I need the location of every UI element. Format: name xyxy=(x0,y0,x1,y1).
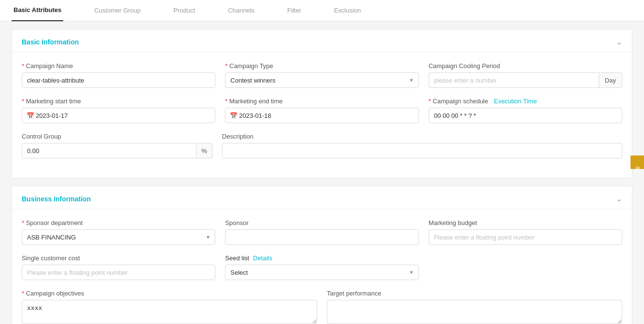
seed-list-select[interactable]: Select xyxy=(225,265,419,280)
business-info-row-3: Campaign objectives xxxx Target performa… xyxy=(22,290,622,324)
calendar-end-icon: 📅 xyxy=(230,112,238,119)
target-performance-label: Target performance xyxy=(327,290,622,297)
business-information-section: Business Information ⌄ Sponsor departmen… xyxy=(12,186,632,324)
basic-information-body: Campaign Name Campaign Type Contest winn… xyxy=(12,53,632,178)
marketing-end-time-group: Marketing end time 📅 xyxy=(225,98,419,123)
marketing-end-time-input-wrapper: 📅 xyxy=(225,108,419,123)
top-navigation: Basic Attributes Customer Group Product … xyxy=(0,0,644,21)
execution-time-link[interactable]: Execution Time xyxy=(494,98,537,105)
nav-product[interactable]: Product xyxy=(171,0,197,21)
business-information-title: Business Information xyxy=(22,195,91,203)
campaign-cooling-period-input-wrapper: Day xyxy=(429,72,622,88)
marketing-end-time-input[interactable] xyxy=(225,108,419,123)
seed-list-group: Seed list Details Select ▼ xyxy=(225,254,419,280)
description-group: Description xyxy=(222,133,622,158)
control-group-group: Control Group % xyxy=(22,133,212,158)
basic-information-title: Basic Information xyxy=(22,38,79,46)
control-group-input-wrapper: % xyxy=(22,143,212,158)
campaign-cooling-period-label: Campaign Cooling Period xyxy=(429,62,622,70)
marketing-start-time-input[interactable] xyxy=(22,108,215,123)
campaign-objectives-textarea[interactable]: xxxx xyxy=(22,300,317,324)
campaign-cooling-period-input[interactable] xyxy=(429,72,599,88)
description-input[interactable] xyxy=(222,143,622,158)
business-info-row-2-spacer xyxy=(429,254,622,280)
basic-information-section: Basic Information ⌄ Campaign Name Campai… xyxy=(12,29,632,178)
campaign-schedule-label: Campaign schedule xyxy=(429,98,489,105)
basic-info-row-3: Control Group % Description xyxy=(22,133,622,158)
campaign-objectives-group: Campaign objectives xxxx xyxy=(22,290,317,324)
basic-info-row-1: Campaign Name Campaign Type Contest winn… xyxy=(22,62,622,88)
campaign-name-label: Campaign Name xyxy=(22,62,215,70)
business-info-row-1: Sponsor department ASB FINANCING ▼ Spons… xyxy=(22,219,622,245)
sponsor-department-group: Sponsor department ASB FINANCING ▼ xyxy=(22,219,215,245)
cooling-period-day-addon: Day xyxy=(599,72,622,88)
business-information-body: Sponsor department ASB FINANCING ▼ Spons… xyxy=(12,210,632,324)
nav-basic-attributes[interactable]: Basic Attributes xyxy=(12,0,63,21)
sponsor-department-label: Sponsor department xyxy=(22,219,215,226)
calendar-start-icon: 📅 xyxy=(27,112,34,119)
campaign-objectives-label: Campaign objectives xyxy=(22,290,317,297)
single-customer-cost-input[interactable] xyxy=(22,265,215,280)
nav-filter[interactable]: Filter xyxy=(285,0,303,21)
marketing-end-time-label: Marketing end time xyxy=(225,98,419,105)
target-performance-group: Target performance xyxy=(327,290,622,324)
business-information-header: Business Information ⌄ xyxy=(12,186,632,210)
campaign-cooling-period-group: Campaign Cooling Period Day xyxy=(429,62,622,88)
campaign-type-select[interactable]: Contest winners xyxy=(225,72,419,88)
campaign-name-input[interactable] xyxy=(22,72,215,88)
sponsor-label: Sponsor xyxy=(225,219,419,226)
percent-addon: % xyxy=(196,143,212,158)
campaign-schedule-group: Campaign schedule Execution Time xyxy=(429,98,622,123)
nav-customer-group[interactable]: Customer Group xyxy=(92,0,142,21)
control-group-label: Control Group xyxy=(22,133,212,140)
basic-information-header: Basic Information ⌄ xyxy=(12,29,632,53)
marketing-start-time-input-wrapper: 📅 xyxy=(22,108,215,123)
seed-list-label-text: Seed list xyxy=(225,254,249,262)
nav-channels[interactable]: Channels xyxy=(226,0,256,21)
marketing-start-time-label: Marketing start time xyxy=(22,98,215,105)
user-avatar[interactable]: 周 xyxy=(630,155,644,169)
campaign-schedule-header: Campaign schedule Execution Time xyxy=(429,98,622,105)
marketing-budget-label: Marketing budget xyxy=(429,219,622,226)
target-performance-textarea[interactable] xyxy=(327,300,622,324)
campaign-type-group: Campaign Type Contest winners ▼ xyxy=(225,62,419,88)
single-customer-cost-group: Single customer cost xyxy=(22,254,215,280)
control-group-input[interactable] xyxy=(22,143,196,158)
marketing-start-time-group: Marketing start time 📅 xyxy=(22,98,215,123)
description-label: Description xyxy=(222,133,622,140)
seed-list-select-wrapper: Select ▼ xyxy=(225,265,419,280)
marketing-budget-input[interactable] xyxy=(429,229,622,245)
campaign-name-group: Campaign Name xyxy=(22,62,215,88)
campaign-schedule-input[interactable] xyxy=(429,108,622,123)
sponsor-department-select[interactable]: ASB FINANCING xyxy=(22,229,215,245)
page-content: Basic Information ⌄ Campaign Name Campai… xyxy=(0,21,644,324)
sponsor-department-select-wrapper: ASB FINANCING ▼ xyxy=(22,229,215,245)
basic-info-row-2: Marketing start time 📅 Marketing end tim… xyxy=(22,98,622,123)
seed-list-details-link[interactable]: Details xyxy=(253,254,272,262)
business-information-collapse-icon[interactable]: ⌄ xyxy=(616,194,622,203)
campaign-type-label: Campaign Type xyxy=(225,62,419,70)
single-customer-cost-label: Single customer cost xyxy=(22,254,215,262)
marketing-budget-group: Marketing budget xyxy=(429,219,622,245)
sponsor-input[interactable] xyxy=(225,229,419,245)
business-info-row-2: Single customer cost Seed list Details S… xyxy=(22,254,622,280)
seed-list-label-row: Seed list Details xyxy=(225,254,419,262)
nav-exclusion[interactable]: Exclusion xyxy=(332,0,363,21)
basic-information-collapse-icon[interactable]: ⌄ xyxy=(616,37,622,46)
sponsor-group: Sponsor xyxy=(225,219,419,245)
campaign-type-select-wrapper: Contest winners ▼ xyxy=(225,72,419,88)
